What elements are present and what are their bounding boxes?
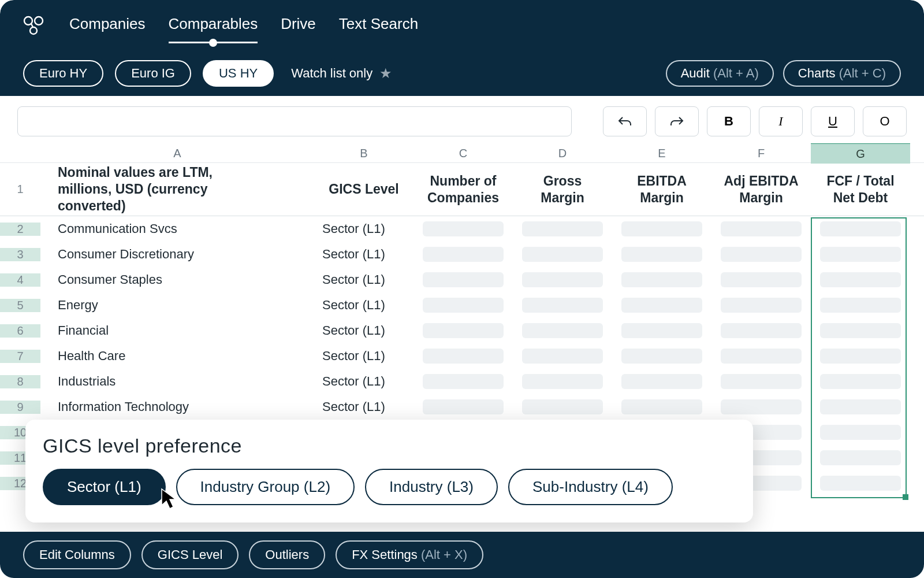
underline-button[interactable]: U bbox=[811, 106, 855, 136]
cell-sector-name[interactable]: Communication Svcs bbox=[40, 221, 314, 236]
cell-sector-name[interactable]: Financial bbox=[40, 323, 314, 338]
row-num[interactable]: 2 bbox=[0, 223, 40, 236]
cell-metric[interactable] bbox=[612, 298, 711, 313]
cell-sector-name[interactable]: Health Care bbox=[40, 349, 314, 364]
filter-us-hy[interactable]: US HY bbox=[203, 60, 274, 87]
cell-metric[interactable] bbox=[612, 374, 711, 389]
row-num[interactable]: 8 bbox=[0, 375, 40, 388]
cell-metric[interactable] bbox=[711, 399, 811, 414]
cell-gics-level[interactable]: Sector (L1) bbox=[314, 272, 413, 287]
cell-metric[interactable] bbox=[811, 476, 910, 491]
cell-gics-level[interactable]: Sector (L1) bbox=[314, 298, 413, 313]
cell-metric[interactable] bbox=[413, 272, 513, 287]
cell-metric[interactable] bbox=[711, 323, 811, 338]
row-num[interactable]: 9 bbox=[0, 401, 40, 414]
cell-metric[interactable] bbox=[413, 349, 513, 364]
col-b[interactable]: B bbox=[314, 143, 413, 164]
row-num-1[interactable]: 1 bbox=[0, 183, 40, 196]
col-g[interactable]: G bbox=[811, 143, 910, 164]
cell-metric[interactable] bbox=[612, 399, 711, 414]
cell-metric[interactable] bbox=[811, 450, 910, 465]
cell-metric[interactable] bbox=[513, 247, 612, 262]
cell-metric[interactable] bbox=[413, 374, 513, 389]
row-num[interactable]: 7 bbox=[0, 350, 40, 363]
charts-button[interactable]: Charts (Alt + C) bbox=[783, 60, 901, 87]
row-num[interactable]: 3 bbox=[0, 248, 40, 261]
cell-metric[interactable] bbox=[413, 221, 513, 236]
cell-sector-name[interactable]: Information Technology bbox=[40, 399, 314, 414]
cell-sector-name[interactable]: Energy bbox=[40, 298, 314, 313]
cell-metric[interactable] bbox=[711, 272, 811, 287]
cell-metric[interactable] bbox=[513, 221, 612, 236]
col-corner[interactable] bbox=[0, 143, 40, 164]
cell-gics-level[interactable]: Sector (L1) bbox=[314, 349, 413, 364]
cell-metric[interactable] bbox=[811, 374, 910, 389]
undo-button[interactable] bbox=[603, 106, 647, 136]
cell-sector-name[interactable]: Industrials bbox=[40, 374, 314, 389]
cell-metric[interactable] bbox=[513, 272, 612, 287]
col-d[interactable]: D bbox=[513, 143, 612, 164]
outliers-button[interactable]: Outliers bbox=[249, 540, 325, 569]
cell-metric[interactable] bbox=[711, 221, 811, 236]
cell-metric[interactable] bbox=[711, 247, 811, 262]
col-f[interactable]: F bbox=[711, 143, 811, 164]
option-sub-industry-l4[interactable]: Sub-Industry (L4) bbox=[508, 469, 673, 505]
cell-metric[interactable] bbox=[811, 349, 910, 364]
option-sector-l1[interactable]: Sector (L1) bbox=[43, 469, 166, 505]
row-num[interactable]: 5 bbox=[0, 299, 40, 312]
cell-sector-name[interactable]: Consumer Staples bbox=[40, 272, 314, 287]
cell-metric[interactable] bbox=[811, 323, 910, 338]
other-format-button[interactable]: O bbox=[863, 106, 907, 136]
cell-gics-level[interactable]: Sector (L1) bbox=[314, 399, 413, 414]
cell-sector-name[interactable]: Consumer Discretionary bbox=[40, 247, 314, 262]
nav-drive[interactable]: Drive bbox=[281, 15, 316, 36]
cell-metric[interactable] bbox=[711, 374, 811, 389]
cell-metric[interactable] bbox=[612, 323, 711, 338]
redo-button[interactable] bbox=[655, 106, 699, 136]
cell-metric[interactable] bbox=[413, 247, 513, 262]
cell-metric[interactable] bbox=[811, 247, 910, 262]
option-industry-l3[interactable]: Industry (L3) bbox=[365, 469, 498, 505]
cell-metric[interactable] bbox=[612, 349, 711, 364]
col-c[interactable]: C bbox=[413, 143, 513, 164]
nav-comparables[interactable]: Comparables bbox=[169, 15, 258, 36]
formula-input[interactable] bbox=[17, 106, 572, 136]
bold-button[interactable]: B bbox=[707, 106, 751, 136]
cell-metric[interactable] bbox=[513, 323, 612, 338]
gics-level-button[interactable]: GICS Level bbox=[141, 540, 239, 569]
cell-metric[interactable] bbox=[612, 272, 711, 287]
cell-metric[interactable] bbox=[612, 247, 711, 262]
cell-gics-level[interactable]: Sector (L1) bbox=[314, 323, 413, 338]
col-a[interactable]: A bbox=[40, 143, 314, 164]
cell-metric[interactable] bbox=[811, 272, 910, 287]
watchlist-toggle[interactable]: Watch list only ★ bbox=[291, 65, 392, 81]
filter-euro-hy[interactable]: Euro HY bbox=[23, 60, 103, 87]
cell-metric[interactable] bbox=[612, 221, 711, 236]
col-e[interactable]: E bbox=[612, 143, 711, 164]
cell-gics-level[interactable]: Sector (L1) bbox=[314, 374, 413, 389]
cell-metric[interactable] bbox=[413, 323, 513, 338]
row-num[interactable]: 6 bbox=[0, 324, 40, 338]
edit-columns-button[interactable]: Edit Columns bbox=[23, 540, 131, 569]
cell-metric[interactable] bbox=[811, 425, 910, 440]
cell-metric[interactable] bbox=[513, 298, 612, 313]
option-industry-group-l2[interactable]: Industry Group (L2) bbox=[176, 469, 355, 505]
cell-metric[interactable] bbox=[711, 349, 811, 364]
cell-metric[interactable] bbox=[413, 399, 513, 414]
cell-metric[interactable] bbox=[513, 349, 612, 364]
nav-companies[interactable]: Companies bbox=[69, 15, 146, 36]
cell-gics-level[interactable]: Sector (L1) bbox=[314, 247, 413, 262]
italic-button[interactable]: I bbox=[759, 106, 803, 136]
cell-gics-level[interactable]: Sector (L1) bbox=[314, 221, 413, 236]
cell-metric[interactable] bbox=[513, 399, 612, 414]
row-num[interactable]: 4 bbox=[0, 273, 40, 287]
cell-metric[interactable] bbox=[413, 298, 513, 313]
cell-metric[interactable] bbox=[811, 221, 910, 236]
cell-metric[interactable] bbox=[811, 399, 910, 414]
cell-metric[interactable] bbox=[711, 298, 811, 313]
cell-metric[interactable] bbox=[513, 374, 612, 389]
nav-text-search[interactable]: Text Search bbox=[339, 15, 418, 36]
cell-metric[interactable] bbox=[811, 298, 910, 313]
audit-button[interactable]: Audit (Alt + A) bbox=[666, 60, 774, 87]
filter-euro-ig[interactable]: Euro IG bbox=[115, 60, 191, 87]
